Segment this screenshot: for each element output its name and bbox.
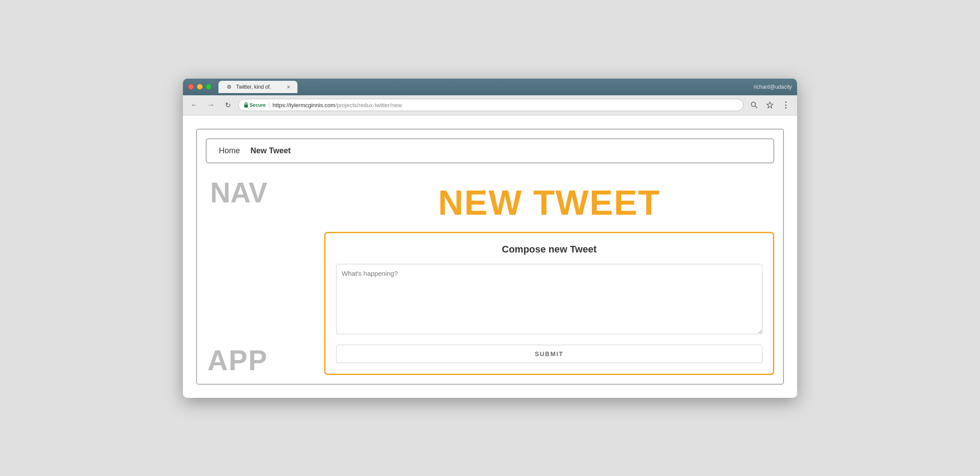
url-separator: |	[268, 101, 270, 108]
url-path: /projects/redux-twitter/new	[335, 102, 402, 108]
tab-bar: ⚙ Twitter, kind of. ×	[218, 81, 754, 93]
main-content: NEW TWEET Compose new Tweet SUBMIT	[324, 183, 774, 375]
nav-section: Home New Tweet	[206, 138, 774, 163]
address-icons: ⋮	[748, 99, 792, 111]
user-label: richard@udacity	[754, 84, 792, 90]
page-content: Home New Tweet NAV NEW TWEET Compose new…	[183, 115, 797, 398]
close-button[interactable]	[188, 84, 194, 90]
app-container: Home New Tweet NAV NEW TWEET Compose new…	[196, 129, 784, 385]
svg-marker-3	[767, 102, 773, 108]
title-bar: ⚙ Twitter, kind of. × richard@udacity	[183, 79, 797, 95]
secure-badge: Secure	[244, 102, 266, 108]
search-icon[interactable]	[748, 99, 760, 111]
url-text: https://tylermcginnis.com/projects/redux…	[272, 102, 402, 108]
tab-title: Twitter, kind of.	[236, 84, 271, 90]
address-field[interactable]: Secure | https://tylermcginnis.com/proje…	[238, 99, 744, 111]
url-domain: https://tylermcginnis.com	[272, 102, 335, 108]
browser-window: ⚙ Twitter, kind of. × richard@udacity ← …	[183, 79, 797, 398]
forward-button[interactable]: →	[205, 99, 217, 111]
active-tab[interactable]: ⚙ Twitter, kind of. ×	[218, 81, 297, 93]
tweet-form-card: Compose new Tweet SUBMIT	[324, 232, 774, 375]
minimize-button[interactable]	[197, 84, 203, 90]
submit-button[interactable]: SUBMIT	[336, 345, 762, 363]
reload-button[interactable]: ↻	[222, 99, 234, 111]
lock-icon	[244, 102, 248, 108]
nav-new-tweet-link[interactable]: New Tweet	[245, 144, 296, 157]
address-bar: ← → ↻ Secure | https://tylermcginnis.com…	[183, 95, 797, 115]
page-title: NEW TWEET	[324, 183, 774, 223]
back-button[interactable]: ←	[188, 99, 200, 111]
traffic-lights	[188, 84, 211, 90]
more-icon[interactable]: ⋮	[780, 99, 792, 111]
svg-line-2	[755, 106, 758, 108]
nav-home-link[interactable]: Home	[214, 144, 245, 157]
maximize-button[interactable]	[206, 84, 211, 90]
star-icon[interactable]	[764, 99, 776, 111]
app-label: APP	[207, 344, 268, 377]
right-panel: NEW TWEET Compose new Tweet SUBMIT	[324, 183, 774, 375]
tweet-form-heading: Compose new Tweet	[336, 244, 762, 255]
tweet-textarea[interactable]	[336, 264, 762, 334]
svg-point-1	[751, 102, 756, 107]
tab-favicon-icon: ⚙	[225, 83, 232, 90]
svg-rect-0	[244, 105, 248, 108]
tab-close-icon[interactable]: ×	[287, 83, 290, 90]
